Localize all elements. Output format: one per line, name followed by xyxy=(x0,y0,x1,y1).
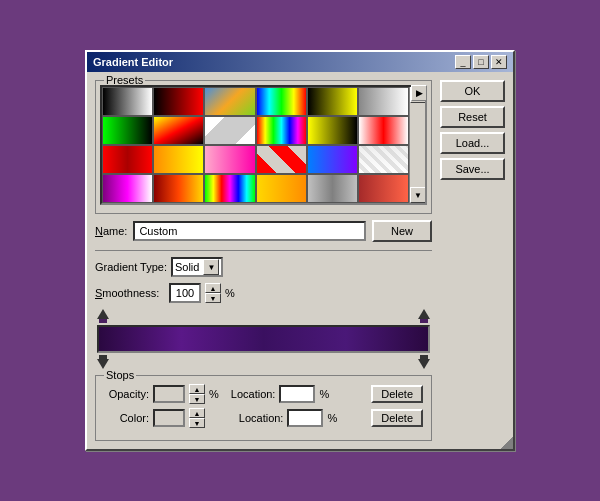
opacity-up-button[interactable]: ▲ xyxy=(189,384,205,394)
opacity-delete-button[interactable]: Delete xyxy=(371,385,423,403)
gradient-type-label: Gradient Type: xyxy=(95,261,167,273)
resize-handle[interactable] xyxy=(501,437,513,449)
preset-item[interactable] xyxy=(102,145,153,174)
preset-item[interactable] xyxy=(256,174,307,203)
gradient-type-select[interactable]: Solid ▼ xyxy=(171,257,223,277)
opacity-value-box xyxy=(153,385,185,403)
bottom-right-stop[interactable] xyxy=(418,355,430,369)
title-bar: Gradient Editor _ □ ✕ xyxy=(87,52,513,72)
name-row: Name: New xyxy=(95,220,432,242)
preset-item[interactable] xyxy=(102,174,153,203)
preset-item[interactable] xyxy=(307,116,358,145)
opacity-unit: % xyxy=(209,388,219,400)
top-stops-row xyxy=(95,309,432,323)
gradient-bar[interactable] xyxy=(97,325,430,353)
left-panel: Presets ▶ ▲ ▼ Name: New xyxy=(95,80,432,441)
preset-item[interactable] xyxy=(307,87,358,116)
gradient-type-row: Gradient Type: Solid ▼ xyxy=(95,257,432,277)
bottom-left-stop[interactable] xyxy=(97,355,109,369)
smoothness-value-box: 100 xyxy=(169,283,201,303)
preset-item[interactable] xyxy=(256,87,307,116)
name-input[interactable] xyxy=(133,221,366,241)
color-location-input[interactable] xyxy=(287,409,323,427)
preset-item[interactable] xyxy=(307,174,358,203)
preset-item[interactable] xyxy=(204,174,255,203)
dialog-title: Gradient Editor xyxy=(93,56,173,68)
color-location-label: Location: xyxy=(239,412,284,424)
opacity-down-button[interactable]: ▼ xyxy=(189,394,205,404)
color-value-box[interactable] xyxy=(153,409,185,427)
gradient-editor-dialog: Gradient Editor _ □ ✕ Presets ▶ ▲ ▼ xyxy=(85,50,515,451)
title-bar-buttons: _ □ ✕ xyxy=(455,55,507,69)
preset-item[interactable] xyxy=(204,145,255,174)
scroll-track xyxy=(410,103,425,187)
right-panel: OK Reset Load... Save... xyxy=(440,80,505,441)
preset-item[interactable] xyxy=(204,116,255,145)
preset-item[interactable] xyxy=(153,145,204,174)
color-down-button[interactable]: ▼ xyxy=(189,418,205,428)
preset-item[interactable] xyxy=(358,87,409,116)
maximize-button[interactable]: □ xyxy=(473,55,489,69)
name-label: Name: xyxy=(95,225,127,237)
close-button[interactable]: ✕ xyxy=(491,55,507,69)
presets-expand-button[interactable]: ▶ xyxy=(411,85,427,101)
stops-group: Stops Opacity: ▲ ▼ % Location: % Delete xyxy=(95,375,432,441)
opacity-label: Opacity: xyxy=(104,388,149,400)
smoothness-value: 100 xyxy=(176,287,194,299)
top-left-stop[interactable] xyxy=(97,309,109,323)
opacity-location-label: Location: xyxy=(231,388,276,400)
reset-button[interactable]: Reset xyxy=(440,106,505,128)
opacity-row: Opacity: ▲ ▼ % Location: % Delete xyxy=(104,384,423,404)
opacity-stepper: ▲ ▼ xyxy=(189,384,205,404)
color-location-unit: % xyxy=(327,412,337,424)
color-stepper: ▲ ▼ xyxy=(189,408,205,428)
load-button[interactable]: Load... xyxy=(440,132,505,154)
preset-item[interactable] xyxy=(358,145,409,174)
presets-grid xyxy=(102,87,409,203)
presets-group: Presets ▶ ▲ ▼ xyxy=(95,80,432,214)
new-button[interactable]: New xyxy=(372,220,432,242)
color-label: Color: xyxy=(104,412,149,424)
preset-item[interactable] xyxy=(153,116,204,145)
scroll-down-button[interactable]: ▼ xyxy=(410,187,426,203)
preset-item[interactable] xyxy=(102,116,153,145)
opacity-location-input[interactable] xyxy=(279,385,315,403)
smoothness-up-button[interactable]: ▲ xyxy=(205,283,221,293)
color-delete-button[interactable]: Delete xyxy=(371,409,423,427)
smoothness-stepper: ▲ ▼ xyxy=(205,283,221,303)
preset-item[interactable] xyxy=(256,116,307,145)
ok-button[interactable]: OK xyxy=(440,80,505,102)
minimize-button[interactable]: _ xyxy=(455,55,471,69)
dialog-body: Presets ▶ ▲ ▼ Name: New xyxy=(87,72,513,449)
preset-item[interactable] xyxy=(358,116,409,145)
preset-item[interactable] xyxy=(256,145,307,174)
preset-item[interactable] xyxy=(307,145,358,174)
gradient-type-value: Solid xyxy=(175,261,203,273)
preset-item[interactable] xyxy=(153,174,204,203)
stops-label: Stops xyxy=(104,369,136,381)
color-up-button[interactable]: ▲ xyxy=(189,408,205,418)
presets-grid-container: ▲ ▼ xyxy=(100,85,427,205)
color-row: Color: ▲ ▼ % Location: % Delete xyxy=(104,408,423,428)
divider xyxy=(95,250,432,251)
smoothness-row: Smoothness: 100 ▲ ▼ % xyxy=(95,283,432,303)
gradient-bar-container xyxy=(95,309,432,369)
preset-item[interactable] xyxy=(204,87,255,116)
preset-item[interactable] xyxy=(153,87,204,116)
gradient-type-dropdown-arrow[interactable]: ▼ xyxy=(203,259,219,275)
smoothness-down-button[interactable]: ▼ xyxy=(205,293,221,303)
save-button[interactable]: Save... xyxy=(440,158,505,180)
smoothness-label: Smoothness: xyxy=(95,287,165,299)
preset-item[interactable] xyxy=(102,87,153,116)
opacity-location-unit: % xyxy=(319,388,329,400)
top-right-stop[interactable] xyxy=(418,309,430,323)
smoothness-unit: % xyxy=(225,287,235,299)
preset-item[interactable] xyxy=(358,174,409,203)
bottom-stops-row xyxy=(95,355,432,369)
presets-scrollbar: ▲ ▼ xyxy=(409,87,425,203)
